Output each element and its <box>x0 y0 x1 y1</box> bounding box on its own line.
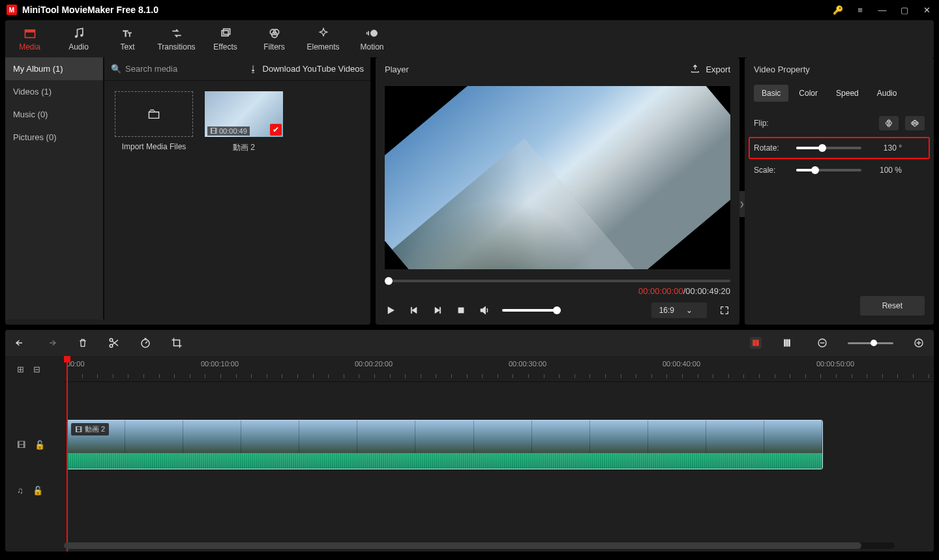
sidebar-item-myalbum[interactable]: My Album (1) <box>5 57 103 80</box>
video-track-icon: 🎞 <box>17 440 25 450</box>
stop-button[interactable] <box>455 304 467 316</box>
motion-icon <box>366 27 379 40</box>
timeline-body[interactable]: 00:00 00:00:10:00 00:00:20:00 00:00:30:0… <box>64 356 934 552</box>
player-viewport[interactable] <box>385 86 730 269</box>
timeline-view2-button[interactable] <box>781 337 793 349</box>
hamburger-menu-icon[interactable]: ≡ <box>854 4 866 16</box>
ribbon-tab-filters[interactable]: Filters <box>250 20 299 57</box>
playback-progress[interactable] <box>385 274 730 287</box>
next-frame-button[interactable] <box>432 304 443 316</box>
rotate-row: Rotate: 130 ° <box>754 143 925 153</box>
add-track-icon[interactable]: ⊞ <box>17 364 24 374</box>
reset-button[interactable]: Reset <box>860 296 925 316</box>
playhead[interactable] <box>67 356 68 552</box>
film-icon: 🎞 <box>210 127 217 135</box>
volume-icon[interactable] <box>479 304 490 316</box>
player-title: Player <box>385 65 409 74</box>
ribbon-label: Motion <box>360 42 383 52</box>
ribbon-tab-elements[interactable]: Elements <box>299 20 348 57</box>
speed-button[interactable] <box>140 337 151 349</box>
search-media[interactable]: 🔍 Search media <box>111 64 177 74</box>
scale-slider[interactable] <box>796 169 861 171</box>
audio-track-icon: ♫ <box>17 486 23 495</box>
timeline-ruler[interactable]: 00:00 00:00:10:00 00:00:20:00 00:00:30:0… <box>64 356 934 382</box>
text-icon: TT <box>121 27 134 40</box>
ruler-tick: 00:00:40:00 <box>663 360 700 368</box>
timeline-toolbar <box>5 330 934 356</box>
import-media-card[interactable]: 🗀 Import Media Files <box>115 91 193 153</box>
media-clip-card[interactable]: 🎞 00:00:49 ✔ 動画 2 <box>205 91 283 153</box>
media-panel: My Album (1) Videos (1) Music (0) Pictur… <box>5 57 370 325</box>
prev-frame-button[interactable] <box>408 304 420 316</box>
maximize-button[interactable]: ▢ <box>899 4 910 16</box>
ruler-tick: 00:00:50:00 <box>816 360 854 368</box>
export-button[interactable]: Export <box>690 64 730 74</box>
rotate-label: Rotate: <box>754 143 790 153</box>
effects-icon <box>219 27 232 40</box>
play-button[interactable] <box>385 304 396 316</box>
current-timecode: 00:00:00:00 <box>638 286 683 296</box>
prop-tab-speed[interactable]: Speed <box>828 85 867 102</box>
transitions-icon <box>170 27 183 40</box>
ribbon-tab-text[interactable]: TT Text <box>103 20 152 57</box>
ribbon-label: Media <box>19 42 40 52</box>
sidebar-item-videos[interactable]: Videos (1) <box>5 80 103 103</box>
rotate-slider[interactable] <box>796 147 861 149</box>
svg-rect-12 <box>458 308 464 313</box>
sidebar-item-music[interactable]: Music (0) <box>5 103 103 126</box>
prop-tab-audio[interactable]: Audio <box>869 85 905 102</box>
rotate-value: 130 ° <box>868 143 902 153</box>
svg-rect-18 <box>753 340 756 346</box>
audio-track-lock-icon[interactable]: 🔓 <box>33 486 43 495</box>
zoom-slider[interactable] <box>848 342 893 344</box>
zoom-out-button[interactable] <box>816 337 828 349</box>
ruler-tick: 00:00:30:00 <box>509 360 546 368</box>
ribbon-tab-motion[interactable]: Motion <box>348 20 396 57</box>
volume-slider[interactable] <box>502 309 561 312</box>
video-track-lock-icon[interactable]: 🔓 <box>35 440 45 450</box>
clip-tag: 🎞 動画 2 <box>71 423 109 435</box>
minimize-button[interactable]: — <box>876 4 888 16</box>
download-icon: ⭳ <box>249 64 258 74</box>
ribbon-tab-audio[interactable]: Audio <box>54 20 103 57</box>
split-button[interactable] <box>108 337 120 349</box>
sparkle-icon <box>317 27 330 40</box>
close-button[interactable]: ✕ <box>921 4 932 16</box>
zoom-in-button[interactable] <box>913 337 925 349</box>
ribbon-tab-effects[interactable]: Effects <box>201 20 250 57</box>
export-label: Export <box>706 65 730 74</box>
clip-name: 動画 2 <box>205 142 283 153</box>
audio-track[interactable] <box>64 471 934 510</box>
crop-button[interactable] <box>171 337 183 349</box>
redo-button[interactable] <box>46 337 57 349</box>
download-youtube-link[interactable]: ⭳ Download YouTube Videos <box>249 64 364 74</box>
fullscreen-button[interactable] <box>719 304 730 316</box>
collapse-tracks-icon[interactable]: ⊟ <box>33 364 40 374</box>
key-icon[interactable]: 🔑 <box>832 4 844 16</box>
svg-rect-21 <box>786 340 788 347</box>
ruler-tick: 00:00:20:00 <box>355 360 393 368</box>
import-label: Import Media Files <box>115 142 193 151</box>
timeline-clip[interactable]: 🎞 動画 2 <box>67 420 823 469</box>
timeline-horizontal-scrollbar[interactable] <box>64 542 895 549</box>
collapse-panel-handle[interactable]: ❯ <box>739 191 745 217</box>
ribbon-tab-transitions[interactable]: Transitions <box>152 20 201 57</box>
prop-tab-color[interactable]: Color <box>791 85 826 102</box>
search-icon: 🔍 <box>111 64 121 74</box>
prop-tab-basic[interactable]: Basic <box>754 85 788 102</box>
folder-film-icon <box>23 27 37 40</box>
flip-horizontal-button[interactable] <box>879 116 899 130</box>
svg-rect-22 <box>788 340 790 347</box>
ribbon-tab-media[interactable]: Media <box>5 20 54 57</box>
timeline-view1-button[interactable] <box>750 337 762 349</box>
ribbon-label: Audio <box>68 42 89 52</box>
clip-added-check-icon: ✔ <box>270 124 282 136</box>
clip-waveform <box>67 453 822 469</box>
video-track[interactable]: 🎞 動画 2 <box>64 419 934 471</box>
property-title: Video Property <box>745 57 934 81</box>
undo-button[interactable] <box>14 337 26 349</box>
flip-vertical-button[interactable] <box>905 116 925 130</box>
sidebar-item-pictures[interactable]: Pictures (0) <box>5 126 103 149</box>
delete-button[interactable] <box>77 337 89 349</box>
aspect-ratio-select[interactable]: 16:9 ⌄ <box>651 302 707 318</box>
